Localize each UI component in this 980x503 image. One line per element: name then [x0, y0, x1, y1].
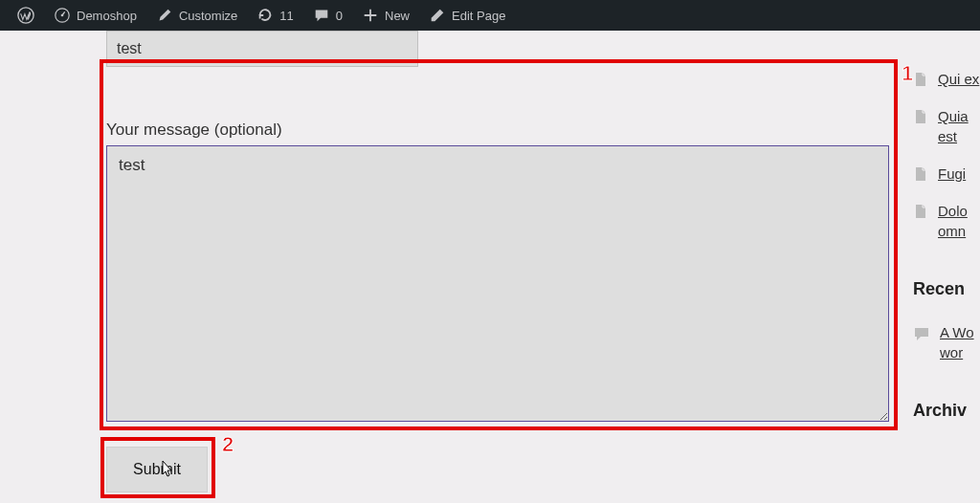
svg-point-0: [18, 8, 33, 23]
svg-point-2: [61, 14, 64, 17]
post-link: Fugi: [938, 164, 966, 184]
wp-admin-bar: Demoshop Customize 11 0 New Edit Page: [0, 0, 980, 31]
list-item[interactable]: Quia est: [913, 106, 980, 146]
contact-form: Your message (optional) Submit Edit: [106, 31, 891, 503]
new-content-link[interactable]: New: [352, 7, 419, 24]
sidebar: Qui ex Quia est Fugi Dolo omn R: [913, 31, 980, 444]
pencil-icon: [429, 7, 446, 24]
site-name-link[interactable]: Demoshop: [44, 7, 146, 24]
refresh-icon: [256, 7, 274, 24]
customize-label: Customize: [179, 9, 237, 23]
post-link: Qui ex: [938, 69, 979, 89]
edit-page-link[interactable]: Edit Page: [419, 7, 515, 24]
subject-input[interactable]: [106, 31, 418, 67]
comments-count: 0: [336, 9, 343, 23]
document-icon: [913, 166, 928, 182]
list-item[interactable]: Qui ex: [913, 69, 980, 89]
post-link: Dolo omn: [938, 201, 980, 241]
document-icon: [913, 72, 928, 87]
comment-icon: [313, 7, 330, 24]
document-icon: [913, 204, 928, 219]
updates-count: 11: [279, 9, 293, 23]
submit-label: Submit: [133, 461, 181, 477]
annotation-number-1: 1: [902, 61, 913, 86]
new-label: New: [385, 9, 410, 23]
page-content: Your message (optional) Submit Edit Qui …: [0, 31, 980, 503]
wp-logo[interactable]: [8, 7, 44, 24]
document-icon: [913, 109, 928, 124]
customize-link[interactable]: Customize: [146, 7, 247, 24]
post-link: Quia est: [938, 106, 980, 146]
comment-link: A Wo wor: [940, 322, 980, 362]
edit-page-label: Edit Page: [452, 9, 505, 23]
list-item[interactable]: Dolo omn: [913, 201, 980, 241]
list-item[interactable]: Fugi: [913, 164, 980, 184]
recent-posts-list: Qui ex Quia est Fugi Dolo omn: [913, 69, 980, 241]
plus-icon: [362, 7, 379, 24]
site-name-label: Demoshop: [77, 9, 137, 23]
brush-icon: [156, 7, 173, 24]
archives-heading: Archiv: [913, 401, 980, 421]
message-textarea[interactable]: [106, 145, 889, 422]
comments-link[interactable]: 0: [303, 7, 352, 24]
message-label: Your message (optional): [106, 120, 891, 140]
wordpress-logo-icon: [17, 7, 34, 24]
list-item[interactable]: A Wo wor: [913, 322, 980, 362]
recent-comments-heading: Recen: [913, 279, 980, 299]
updates-link[interactable]: 11: [247, 7, 302, 24]
dashboard-icon: [54, 7, 71, 24]
chat-icon: [913, 325, 930, 342]
submit-button[interactable]: Submit: [106, 447, 208, 492]
